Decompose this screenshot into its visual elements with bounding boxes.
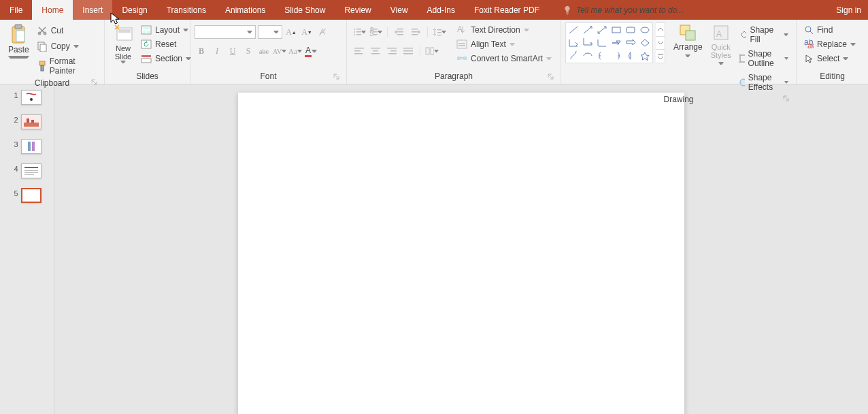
tab-addins[interactable]: Add-Ins	[418, 0, 465, 20]
group-label-slides: Slides	[136, 71, 158, 81]
tab-file[interactable]: File	[0, 0, 32, 20]
gallery-up-icon[interactable]	[656, 23, 665, 37]
svg-text:A: A	[457, 25, 463, 34]
slide-canvas-area[interactable]	[54, 84, 868, 414]
convert-smartart-button[interactable]: Convert to SmartArt	[454, 52, 554, 65]
increase-font-button[interactable]: A▲	[284, 25, 298, 39]
shapes-gallery[interactable]	[565, 22, 653, 63]
ribbon: Paste Cut Copy Format Painter Clipboard	[0, 20, 868, 84]
svg-rect-61	[612, 27, 620, 33]
convert-smartart-label: Convert to SmartArt	[471, 54, 543, 63]
chevron-down-icon	[441, 29, 446, 35]
thumb-4[interactable]: 4	[13, 163, 41, 178]
columns-button[interactable]	[425, 44, 439, 58]
tab-home[interactable]: Home	[32, 0, 73, 20]
strikethrough-button[interactable]: abc	[257, 44, 271, 58]
dialog-launcher-icon[interactable]	[90, 78, 99, 86]
sign-in-link[interactable]: Sign in	[829, 0, 868, 20]
text-direction-button[interactable]: A Text Direction	[454, 24, 554, 36]
slide-thumbnail-panel[interactable]: 1 2 3 4 5	[0, 84, 54, 414]
change-case-button[interactable]: Aa	[288, 44, 302, 58]
text-direction-label: Text Direction	[471, 25, 520, 35]
find-button[interactable]: Find	[802, 24, 858, 36]
svg-rect-40	[437, 35, 441, 35]
shapes-gallery-nav[interactable]	[656, 22, 665, 63]
decrease-indent-button[interactable]	[393, 25, 406, 39]
clear-formatting-button[interactable]: A	[316, 25, 329, 39]
svg-rect-2	[16, 31, 24, 42]
thumb-1[interactable]: 1	[13, 90, 41, 105]
chevron-down-icon	[784, 32, 788, 37]
svg-rect-50	[403, 48, 413, 49]
chevron-down-icon	[312, 48, 317, 54]
tab-slideshow[interactable]: Slide Show	[275, 0, 335, 20]
replace-button[interactable]: abacReplace	[802, 38, 858, 50]
bold-button[interactable]: B	[195, 44, 208, 58]
new-slide-button[interactable]: New Slide	[109, 22, 137, 69]
svg-rect-66	[686, 31, 695, 40]
quick-styles-button[interactable]: A Quick Styles	[707, 22, 735, 69]
text-shadow-button[interactable]: S	[241, 44, 255, 58]
layout-button[interactable]: Layout	[139, 24, 193, 36]
format-painter-button[interactable]: Format Painter	[35, 55, 99, 77]
svg-rect-76	[27, 118, 29, 123]
numbering-button[interactable]: 123	[369, 25, 382, 39]
shape-fill-button[interactable]: Shape Fill	[737, 24, 790, 46]
dialog-launcher-icon[interactable]	[333, 73, 341, 81]
gallery-more-icon[interactable]	[656, 50, 665, 63]
thumb-2[interactable]: 2	[13, 114, 41, 129]
character-spacing-button[interactable]: AV	[273, 44, 286, 58]
tab-insert[interactable]: Insert	[73, 0, 112, 20]
quick-styles-label: Quick Styles	[711, 43, 731, 59]
cut-button[interactable]: Cut	[35, 24, 99, 37]
svg-rect-31	[373, 34, 378, 35]
svg-text:A: A	[716, 29, 722, 39]
chevron-down-icon	[546, 56, 552, 61]
svg-rect-10	[118, 29, 131, 33]
tab-view[interactable]: View	[381, 0, 418, 20]
align-right-button[interactable]	[385, 44, 399, 58]
font-size-combo[interactable]	[258, 25, 282, 39]
copy-icon	[37, 41, 48, 52]
svg-rect-32	[397, 29, 403, 30]
align-text-button[interactable]: Align Text	[454, 38, 554, 50]
svg-rect-13	[143, 27, 150, 29]
justify-button[interactable]	[401, 44, 415, 58]
shape-effects-button[interactable]: Shape Effects	[737, 71, 790, 93]
line-spacing-button[interactable]	[433, 25, 446, 39]
select-button[interactable]: Select	[802, 52, 858, 65]
tab-foxit[interactable]: Foxit Reader PDF	[465, 0, 549, 20]
bullets-button[interactable]	[352, 25, 366, 39]
shape-outline-button[interactable]: Shape Outline	[737, 48, 790, 69]
arrange-icon	[679, 24, 697, 42]
find-label: Find	[817, 25, 833, 35]
align-center-button[interactable]	[369, 44, 382, 58]
underline-button[interactable]: U	[226, 44, 239, 58]
svg-rect-53	[426, 48, 429, 54]
dialog-launcher-icon[interactable]	[782, 95, 790, 103]
section-button[interactable]: Section	[139, 52, 193, 65]
thumb-3[interactable]: 3	[13, 139, 41, 154]
decrease-font-button[interactable]: A▼	[300, 25, 314, 39]
reset-button[interactable]: Reset	[139, 38, 193, 50]
paste-button[interactable]: Paste	[4, 22, 33, 69]
tab-review[interactable]: Review	[335, 0, 380, 20]
tab-transitions[interactable]: Transitions	[157, 0, 216, 20]
dialog-launcher-icon[interactable]	[547, 73, 555, 81]
gallery-down-icon[interactable]	[656, 37, 665, 50]
section-icon	[141, 54, 152, 63]
tab-design[interactable]: Design	[112, 0, 156, 20]
arrange-button[interactable]: Arrange	[669, 22, 707, 69]
tab-animations[interactable]: Animations	[216, 0, 275, 20]
thumb-5[interactable]: 5	[13, 188, 41, 203]
copy-button[interactable]: Copy	[35, 39, 99, 53]
increase-indent-button[interactable]	[409, 25, 422, 39]
chevron-down-icon	[378, 29, 382, 35]
align-left-button[interactable]	[352, 44, 366, 58]
italic-button[interactable]: I	[210, 44, 224, 58]
slide-canvas[interactable]	[238, 93, 684, 414]
tell-me-search[interactable]: Tell me what you want to do...	[563, 0, 684, 20]
outline-icon	[739, 54, 745, 63]
font-name-combo[interactable]	[195, 25, 256, 39]
font-color-button[interactable]: A	[304, 44, 318, 58]
